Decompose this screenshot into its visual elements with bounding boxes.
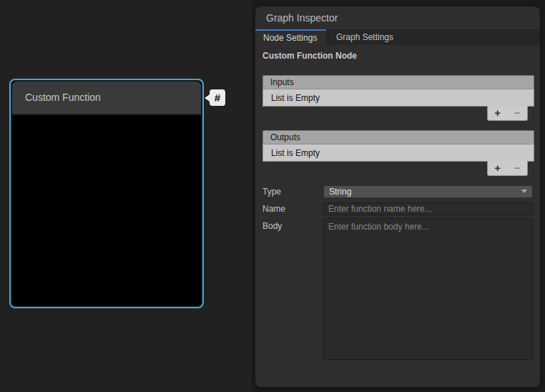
tab-graph-settings[interactable]: Graph Settings	[326, 29, 393, 45]
inputs-list-header[interactable]: Inputs	[262, 75, 534, 89]
function-name-input[interactable]	[323, 202, 533, 215]
inputs-add-button[interactable]: +	[488, 106, 508, 120]
inputs-list-empty-row: List is Empty	[262, 89, 534, 107]
outputs-list-footer: + −	[487, 161, 528, 176]
section-title: Custom Function Node	[262, 51, 357, 61]
badge-tail	[205, 94, 210, 102]
inputs-list-footer-bar: + −	[262, 107, 534, 122]
inputs-list: Inputs List is Empty + −	[262, 75, 534, 122]
outputs-list-header[interactable]: Outputs	[262, 130, 534, 144]
name-label: Name	[262, 204, 285, 214]
function-body-textarea[interactable]	[323, 218, 533, 360]
outputs-list-empty-row: List is Empty	[262, 144, 534, 162]
outputs-list-footer-bar: + −	[262, 162, 534, 177]
type-label: Type	[262, 187, 281, 197]
tab-graph-settings-label: Graph Settings	[336, 32, 393, 42]
outputs-remove-button[interactable]: −	[508, 161, 528, 175]
inputs-list-footer: + −	[487, 106, 528, 121]
outputs-list: Outputs List is Empty + −	[262, 130, 534, 177]
chevron-down-icon	[521, 190, 527, 193]
tab-node-settings-label: Node Settings	[263, 33, 317, 43]
hash-badge-icon[interactable]: #	[210, 89, 225, 106]
panel-title: Graph Inspector	[255, 6, 540, 29]
tab-node-settings[interactable]: Node Settings	[255, 29, 326, 45]
graph-inspector-panel: Graph Inspector Node Settings Graph Sett…	[255, 6, 540, 387]
node-preview-area	[12, 117, 201, 305]
tab-bar: Node Settings Graph Settings	[255, 29, 540, 45]
inputs-remove-button[interactable]: −	[508, 106, 528, 120]
outputs-add-button[interactable]: +	[488, 161, 508, 175]
type-dropdown-value: String	[329, 187, 351, 197]
graph-canvas[interactable]: Custom Function #	[0, 0, 252, 392]
custom-function-node[interactable]: Custom Function	[9, 79, 204, 308]
type-dropdown[interactable]: String	[323, 185, 533, 198]
node-title[interactable]: Custom Function	[12, 82, 201, 115]
body-label: Body	[262, 221, 282, 231]
